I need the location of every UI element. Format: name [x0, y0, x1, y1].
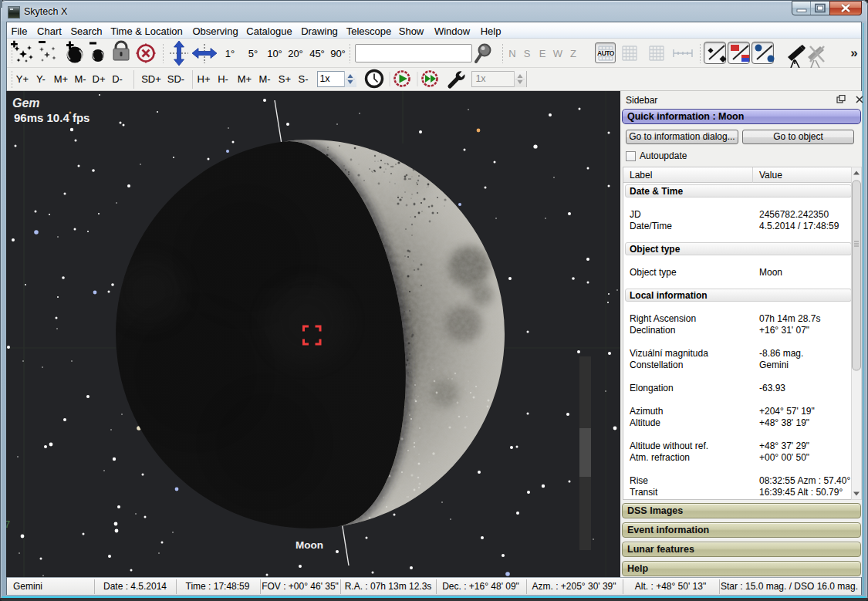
svg-text:Gem: Gem [12, 96, 40, 110]
svg-text:7: 7 [6, 518, 10, 530]
svg-text:96ms 10.4 fps: 96ms 10.4 fps [14, 111, 90, 124]
svg-text:Moon: Moon [296, 539, 323, 551]
